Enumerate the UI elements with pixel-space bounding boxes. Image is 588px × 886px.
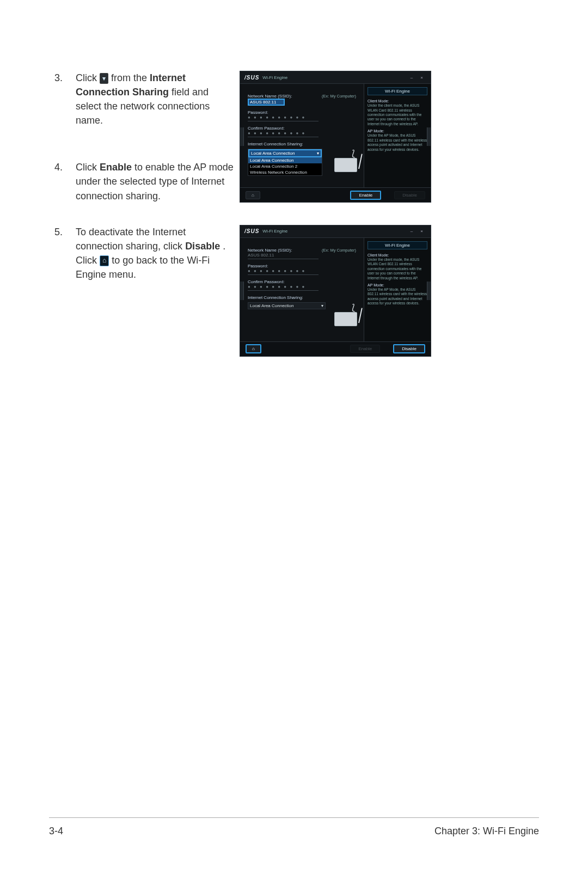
- ics-dropdown-open[interactable]: Local Area Connection ▾ Local Area Conne…: [248, 149, 322, 176]
- client-mode-text: Under the client mode, the ASUS WLAN Car…: [367, 258, 427, 280]
- caret-icon: ▾: [317, 151, 319, 156]
- step-body: Click Enable to enable the AP mode under…: [76, 160, 234, 203]
- dropdown-caret-icon: ▾: [100, 73, 108, 84]
- enable-button[interactable]: Enable: [350, 191, 381, 200]
- ics-selected: Local Area Connection: [250, 303, 294, 308]
- step-number: 4.: [54, 160, 73, 174]
- disable-button[interactable]: Disable: [393, 344, 425, 353]
- step-3-row: 3. Click ▾ from the Internet Connection …: [54, 71, 539, 203]
- ics-option[interactable]: Local Area Connection: [248, 157, 322, 163]
- ssid-example: (Ex: My Computer): [322, 248, 356, 253]
- button-bar: ⌂ Enable Disable: [240, 341, 431, 356]
- password-value[interactable]: ● ● ● ● ● ● ● ● ● ●: [248, 115, 318, 121]
- window-controls[interactable]: – ×: [411, 229, 426, 234]
- step-3-text: 3. Click ▾ from the Internet Connection …: [54, 71, 234, 203]
- ap-mode-text: Under the AP Mode, the ASUS 802.11 wirel…: [367, 133, 427, 152]
- password-label: Password:: [248, 264, 358, 268]
- page-footer: 3-4 Chapter 3: Wi-Fi Engine: [49, 817, 539, 837]
- ics-selected: Local Area Connection: [251, 151, 295, 156]
- home-button[interactable]: ⌂: [246, 191, 260, 199]
- password-label: Password:: [248, 110, 358, 115]
- wifi-engine-window: /SUS Wi-Fi Engine – × Network Name (SSID…: [240, 71, 431, 203]
- title-bar: /SUS Wi-Fi Engine – ×: [240, 71, 431, 84]
- button-bar: ⌂ Enable Disable: [240, 187, 431, 202]
- confirm-label: Confirm Password:: [248, 279, 358, 284]
- right-handle[interactable]: [427, 127, 431, 146]
- ics-option[interactable]: Local Area Connection 2: [248, 163, 322, 169]
- confirm-value[interactable]: ● ● ● ● ● ● ● ● ● ●: [248, 131, 318, 137]
- window-title: Wi-Fi Engine: [262, 75, 287, 80]
- router-image: ⟅: [334, 150, 360, 172]
- window-controls[interactable]: – ×: [411, 75, 426, 80]
- brand-logo: /SUS: [244, 228, 259, 234]
- enable-button[interactable]: Enable: [350, 345, 380, 353]
- wifi-engine-window: /SUS Wi-Fi Engine – × Network Name (SSID…: [240, 225, 431, 357]
- window-title: Wi-Fi Engine: [262, 229, 287, 234]
- confirm-value[interactable]: ● ● ● ● ● ● ● ● ● ●: [248, 284, 318, 291]
- confirm-label: Confirm Password:: [248, 126, 358, 131]
- side-header: Wi-Fi Engine: [367, 241, 427, 249]
- home-icon: ⌂: [100, 255, 109, 266]
- step-number: 5.: [54, 225, 73, 239]
- client-mode-text: Under the client mode, the ASUS WLAN Car…: [367, 103, 427, 126]
- step-number: 3.: [54, 71, 73, 85]
- ap-mode-title: AP Mode:: [367, 283, 427, 288]
- screenshot-2: /SUS Wi-Fi Engine – × Network Name (SSID…: [234, 225, 539, 357]
- ap-mode-text: Under the AP Mode, the ASUS 802.11 wirel…: [367, 288, 427, 306]
- side-panel: Wi-Fi Engine Client Mode: Under the clie…: [364, 84, 431, 187]
- router-image: ⟅: [334, 304, 360, 326]
- title-bar: /SUS Wi-Fi Engine – ×: [240, 225, 431, 238]
- side-header: Wi-Fi Engine: [367, 87, 427, 95]
- step-body: To deactivate the Internet connection sh…: [76, 225, 234, 282]
- side-panel: Wi-Fi Engine Client Mode: Under the clie…: [364, 238, 431, 341]
- ics-option[interactable]: Wireless Network Connection: [248, 169, 322, 175]
- step-5-row: 5. To deactivate the Internet connection…: [54, 225, 539, 357]
- ssid-example: (Ex: My Computer): [322, 94, 356, 99]
- ssid-value[interactable]: ASUS 802.11: [248, 253, 318, 259]
- ics-dropdown[interactable]: Local Area Connection ▾: [248, 302, 326, 309]
- ics-label: Internet Connection Sharing:: [248, 142, 358, 146]
- document-page: 3. Click ▾ from the Internet Connection …: [0, 0, 588, 886]
- client-mode-title: Client Mode:: [367, 253, 427, 258]
- home-button[interactable]: ⌂: [246, 344, 261, 353]
- ics-label: Internet Connection Sharing:: [248, 295, 358, 300]
- step-body: Click ▾ from the Internet Connection Sha…: [76, 71, 234, 127]
- ssid-value[interactable]: ASUS 802.11: [248, 99, 285, 106]
- password-value[interactable]: ● ● ● ● ● ● ● ● ● ●: [248, 268, 318, 275]
- client-mode-title: Client Mode:: [367, 99, 427, 103]
- screenshot-1: /SUS Wi-Fi Engine – × Network Name (SSID…: [234, 71, 539, 203]
- form-area: Network Name (SSID): ASUS 802.11 (Ex: My…: [240, 238, 364, 341]
- chapter-label: Chapter 3: Wi-Fi Engine: [434, 826, 539, 837]
- disable-button[interactable]: Disable: [394, 191, 425, 199]
- right-handle[interactable]: [427, 282, 431, 300]
- form-area: Network Name (SSID): ASUS 802.11 (Ex: My…: [240, 84, 364, 187]
- step-5-text: 5. To deactivate the Internet connection…: [54, 225, 234, 282]
- caret-icon: ▾: [321, 303, 323, 308]
- brand-logo: /SUS: [244, 75, 259, 81]
- ap-mode-title: AP Mode:: [367, 129, 427, 133]
- page-number: 3-4: [49, 826, 63, 837]
